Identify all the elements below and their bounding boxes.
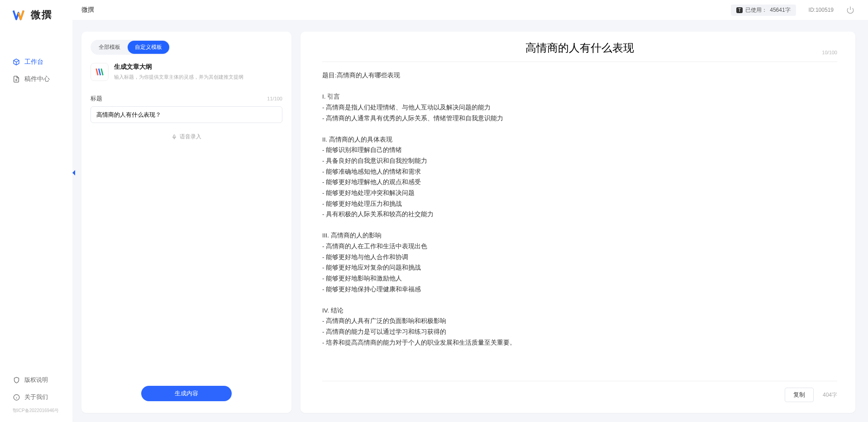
output-title-counter: 10/100 [822,50,837,55]
logo-text: 微撰 [31,8,52,22]
voice-input-link[interactable]: 语音录入 [91,133,282,141]
word-count: 404字 [823,391,837,399]
field-counter: 11/100 [267,96,282,101]
output-footer: 复制 404字 [322,381,837,402]
output-panel: 高情商的人有什么表现 10/100 题目:高情商的人有哪些表现 I. 引言 - … [300,32,855,413]
app-title: 微撰 [81,6,94,14]
nav-label: 工作台 [24,58,43,66]
nav-workbench[interactable]: 工作台 [0,53,72,71]
usage-chip: T 已使用： 45641字 [731,5,796,16]
microphone-icon [172,134,177,140]
tab-custom-templates[interactable]: 自定义模板 [128,41,169,54]
tab-all-templates[interactable]: 全部模板 [91,41,128,54]
app-logo: 微撰 [0,8,72,35]
output-header: 高情商的人有什么表现 10/100 [322,41,837,62]
user-id: ID:100519 [809,7,834,13]
usage-label: 已使用： [745,6,767,14]
nav-about[interactable]: 关于我们 [0,389,72,406]
doc-icon [13,76,20,83]
sidebar-collapse-handle[interactable] [71,167,77,178]
title-input[interactable] [91,106,282,123]
nav-label: 关于我们 [24,393,48,401]
topbar: 微撰 T 已使用： 45641字 ID:100519 [72,0,868,20]
voice-label: 语音录入 [180,133,201,141]
field-label-title: 标题 [91,95,102,103]
output-body: 题目:高情商的人有哪些表现 I. 引言 - 高情商是指人们处理情绪、与他人互动以… [322,70,837,348]
content-row: 全部模板 自定义模板 生成文章大纲 输入标题，为你提供文章主体的灵感，并为其创建… [72,20,868,422]
sidebar-bottom: 版权说明 关于我们 鄂ICP备2022016946号 [0,371,72,422]
power-icon[interactable] [846,6,854,14]
icp-text: 鄂ICP备2022016946号 [0,406,72,417]
sidebar: 微撰 工作台 稿件中心 版权说明 关于我们 鄂ICP备202 [0,0,72,422]
cube-icon [13,58,20,66]
main-area: 微撰 T 已使用： 45641字 ID:100519 全部模板 自定义模板 [72,0,868,422]
template-desc: 输入标题，为你提供文章主体的灵感，并为其创建推文提纲 [114,74,243,81]
nav-label: 稿件中心 [24,75,50,83]
generate-button[interactable]: 生成内容 [141,386,232,401]
nav-copyright[interactable]: 版权说明 [0,371,72,389]
main-nav: 工作台 稿件中心 [0,35,72,88]
input-panel: 全部模板 自定义模板 生成文章大纲 输入标题，为你提供文章主体的灵感，并为其创建… [81,32,291,413]
template-icon [91,63,109,81]
shield-icon [13,376,20,384]
copy-button[interactable]: 复制 [785,388,814,402]
svg-rect-6 [174,135,175,138]
nav-drafts[interactable]: 稿件中心 [0,71,72,88]
usage-value: 45641字 [770,6,790,14]
template-title: 生成文章大纲 [114,63,243,71]
info-icon [13,394,20,401]
nav-label: 版权说明 [24,376,48,384]
template-header: 生成文章大纲 输入标题，为你提供文章主体的灵感，并为其创建推文提纲 [91,63,282,81]
logo-icon [13,9,27,21]
usage-badge-icon: T [736,7,743,13]
output-title: 高情商的人有什么表现 [322,41,837,55]
template-tabs: 全部模板 自定义模板 [91,40,170,55]
